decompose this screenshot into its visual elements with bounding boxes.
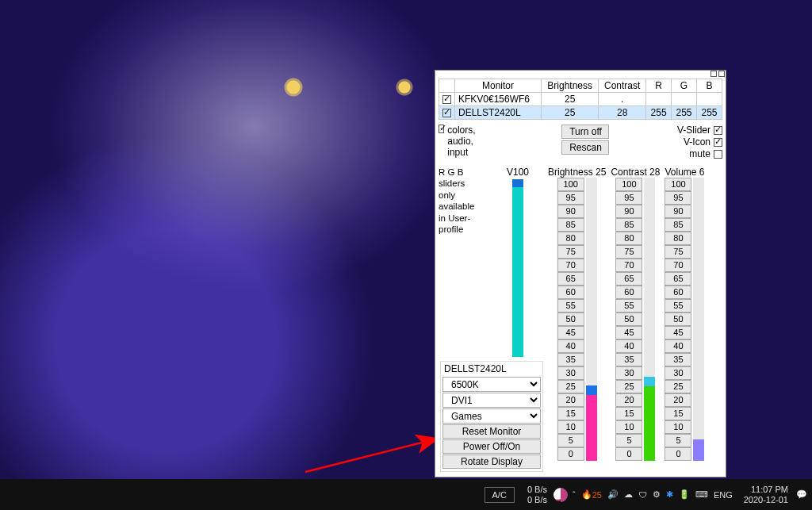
volume-step-button[interactable]: 100 [665,178,691,191]
taskbar[interactable]: A/C 0 B/s 0 B/s ˆ 🔥 25 🔊 ☁ 🛡 ⚙ ✱ 🔋 ⌨ ENG… [0,479,812,510]
brightness-step-button[interactable]: 20 [557,393,584,407]
brightness-step-button[interactable]: 30 [557,366,584,380]
monitors-header[interactable]: Contrast [599,79,646,93]
contrast-step-button[interactable]: 20 [615,393,642,407]
taskbar-clock[interactable]: 11:07 PM 2020-12-01 [744,485,788,504]
contrast-step-button[interactable]: 65 [615,272,642,286]
brightness-step-button[interactable]: 95 [557,191,584,205]
contrast-step-button[interactable]: 40 [615,339,642,353]
monitors-row[interactable]: KFKV0€156WF625. [439,93,722,106]
volume-step-button[interactable]: 85 [665,218,691,232]
monitors-header[interactable]: G [672,79,697,93]
brightness-step-button[interactable]: 35 [557,353,584,366]
volume-step-button[interactable]: 15 [665,407,691,420]
volume-step-button[interactable]: 75 [665,245,691,259]
profile-select[interactable]: Games [442,408,541,424]
brightness-step-button[interactable]: 75 [557,245,584,259]
brightness-step-button[interactable]: 15 [557,407,584,420]
colors-audio-input-checkbox[interactable] [439,125,444,133]
vicon-checkbox[interactable] [714,138,722,147]
brightness-step-button[interactable]: 40 [557,339,584,353]
brightness-step-button[interactable]: 45 [557,326,584,339]
brightness-step-button[interactable]: 85 [557,218,584,232]
contrast-step-button[interactable]: 10 [615,420,642,434]
volume-step-button[interactable]: 20 [665,393,691,407]
contrast-step-button[interactable]: 75 [615,245,642,259]
contrast-step-button[interactable]: 90 [615,205,642,218]
brightness-step-button[interactable]: 70 [557,259,584,272]
volume-step-button[interactable]: 70 [665,259,691,272]
contrast-step-button[interactable]: 15 [615,407,642,420]
monitors-table[interactable]: MonitorBrightnessContrastRGB KFKV0€156WF… [439,79,722,120]
tray-bluetooth-icon[interactable]: ✱ [666,489,673,500]
power-off-on-button[interactable]: Power Off/On [442,439,541,454]
tray-language-indicator[interactable]: ENG [714,490,733,500]
reset-monitor-button[interactable]: Reset Monitor [442,424,541,439]
contrast-step-button[interactable]: 45 [615,326,642,339]
volume-step-button[interactable]: 10 [665,420,691,434]
contrast-step-button[interactable]: 30 [615,366,642,380]
brightness-step-button[interactable]: 0 [557,447,584,461]
vslider-checkbox[interactable] [714,126,722,135]
contrast-step-button[interactable]: 5 [615,434,642,447]
tray-keyboard-icon[interactable]: ⌨ [695,489,708,500]
contrast-step-button[interactable]: 100 [615,178,642,191]
brightness-step-button[interactable]: 90 [557,205,584,218]
color-temp-select[interactable]: 6500K [442,377,541,392]
brightness-slider-track[interactable] [586,178,597,461]
monitors-cell[interactable] [439,93,455,106]
volume-step-button[interactable]: 50 [665,313,691,326]
brightness-step-button[interactable]: 60 [557,286,584,299]
brightness-step-button[interactable]: 50 [557,313,584,326]
rescan-button[interactable]: Rescan [561,140,609,155]
volume-step-button[interactable]: 40 [665,339,691,353]
tray-onedrive-icon[interactable]: ☁ [624,489,633,500]
tray-battery-icon[interactable]: 🔋 [679,489,690,500]
monitors-row[interactable]: DELLST2420L2528255255255 [439,106,722,120]
monitors-header[interactable]: Brightness [542,79,599,93]
contrast-step-button[interactable]: 50 [615,313,642,326]
brightness-step-button[interactable]: 100 [557,178,584,191]
contrast-step-button[interactable]: 70 [615,259,642,272]
tray-volume-icon[interactable]: 🔊 [607,489,619,500]
monitor-row-checkbox[interactable] [442,95,451,104]
brightness-step-button[interactable]: 65 [557,272,584,286]
flux-icon[interactable] [553,488,568,502]
volume-step-button[interactable]: 35 [665,353,691,366]
contrast-step-button[interactable]: 95 [615,191,642,205]
contrast-step-button[interactable]: 0 [615,447,642,461]
titlebar-control-icon[interactable] [710,71,717,77]
brightness-step-button[interactable]: 80 [557,232,584,245]
tray-chevron-up-icon[interactable]: ˆ [573,490,576,500]
volume-step-button[interactable]: 60 [665,286,691,299]
rotate-display-button[interactable]: Rotate Display [442,454,541,469]
input-select[interactable]: DVI1 [442,393,541,408]
volume-step-button[interactable]: 45 [665,326,691,339]
brightness-step-button[interactable]: 5 [557,434,584,447]
monitors-header[interactable]: B [696,79,722,93]
v100-slider[interactable] [512,179,523,357]
monitor-row-checkbox[interactable] [442,109,451,117]
contrast-slider-track[interactable] [644,178,655,461]
contrast-step-button[interactable]: 85 [615,218,642,232]
monitors-header[interactable]: R [646,79,672,93]
tray-security-icon[interactable]: 🛡 [638,490,647,500]
mute-checkbox[interactable] [714,150,722,159]
contrast-step-button[interactable]: 60 [615,286,642,299]
tray-network-icon[interactable]: ⚙ [653,489,661,500]
window-titlebar[interactable] [435,71,726,79]
taskbar-ac-indicator[interactable]: A/C [485,487,515,503]
taskbar-netrate[interactable]: 0 B/s 0 B/s [527,485,547,504]
volume-step-button[interactable]: 55 [665,299,691,313]
tray-temp-indicator[interactable]: 🔥 25 [581,489,602,500]
brightness-step-button[interactable]: 10 [557,420,584,434]
contrast-step-button[interactable]: 35 [615,353,642,366]
contrast-step-button[interactable]: 25 [615,380,642,393]
volume-step-button[interactable]: 25 [665,380,691,393]
brightness-step-button[interactable]: 25 [557,380,584,393]
contrast-step-button[interactable]: 55 [615,299,642,313]
volume-step-button[interactable]: 65 [665,272,691,286]
volume-slider-track[interactable] [693,178,704,461]
monitors-cell[interactable] [439,106,455,120]
volume-step-button[interactable]: 80 [665,232,691,245]
